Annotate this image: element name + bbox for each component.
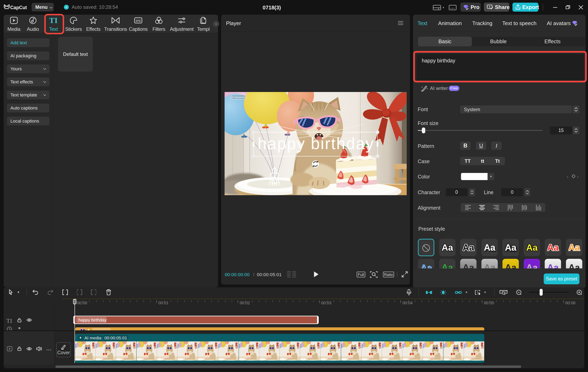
svg-text:AI Generate: AI Generate bbox=[231, 96, 246, 99]
svg-text:happy birthday: happy birthday bbox=[258, 134, 374, 152]
